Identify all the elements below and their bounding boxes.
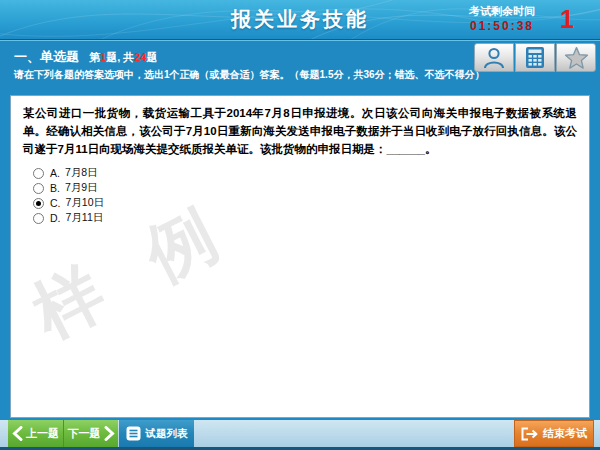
option-c[interactable]: C. 7月10日 [33, 196, 589, 210]
end-exam-button[interactable]: 结束考试 [514, 420, 594, 447]
footer-bar: 上一题 下一题 试题列表 [0, 420, 600, 447]
timer-label: 考试剩余时间 [456, 4, 548, 19]
end-exam-label: 结束考试 [543, 426, 587, 441]
previous-question-button[interactable]: 上一题 [8, 420, 63, 447]
question-list-tab[interactable]: 试题列表 [119, 420, 194, 447]
options-list: A. 7月8日 B. 7月9日 C. 7月10日 D. 7月11日 [33, 166, 589, 225]
option-label: A. [50, 167, 60, 179]
toolbar [473, 43, 596, 72]
next-question-button[interactable]: 下一题 [63, 420, 118, 447]
question-progress: 第1题, 共24题 [89, 51, 158, 63]
option-text: 7月9日 [65, 181, 98, 195]
next-question-label: 下一题 [68, 426, 101, 441]
header: 报关业务技能 考试剩余时间 01:50:38 1 [0, 0, 600, 40]
exit-icon [521, 427, 538, 441]
progress-suffix: 题 [147, 51, 158, 63]
list-icon [126, 426, 141, 441]
option-d[interactable]: D. 7月11日 [33, 211, 589, 225]
user-icon [482, 46, 506, 69]
question-number-badge: 1 [560, 5, 574, 33]
option-text: 7月8日 [65, 166, 98, 180]
progress-prefix: 第 [89, 51, 100, 63]
option-a[interactable]: A. 7月8日 [33, 166, 589, 180]
question-text: 某公司进口一批货物，载货运输工具于2014年7月8日申报进境。次日该公司向海关申… [23, 104, 577, 158]
section-bar: 一、单选题第1题, 共24题 请在下列各题的答案选项中，选出1个正确（或最合适）… [0, 40, 600, 90]
star-icon [564, 46, 589, 70]
chevron-right-icon [104, 426, 115, 441]
option-label: B. [50, 182, 60, 194]
question-list-label: 试题列表 [146, 427, 188, 441]
progress-mid: 题, 共 [106, 51, 134, 63]
section-heading: 一、单选题第1题, 共24题 [14, 47, 158, 66]
question-panel: 某公司进口一批货物，载货运输工具于2014年7月8日申报进境。次日该公司向海关申… [10, 95, 590, 418]
option-label: C. [50, 197, 61, 209]
radio-option-b[interactable] [33, 183, 44, 194]
radio-option-a[interactable] [33, 168, 44, 179]
user-info-button[interactable] [474, 43, 514, 72]
section-instruction: 请在下列各题的答案选项中，选出1个正确（或最合适）答案。（每题1.5分，共36分… [14, 68, 460, 82]
section-title: 一、单选题 [14, 49, 79, 64]
exam-window: 报关业务技能 考试剩余时间 01:50:38 1 一、单选题第1题, 共24题 … [0, 0, 600, 450]
radio-option-c[interactable] [33, 198, 44, 209]
option-label: D. [50, 212, 61, 224]
option-b[interactable]: B. 7月9日 [33, 181, 589, 195]
chevron-left-icon [12, 426, 23, 441]
calculator-icon [525, 46, 545, 69]
favorite-button[interactable] [556, 43, 596, 72]
timer-value: 01:50:38 [456, 19, 548, 34]
radio-option-d[interactable] [33, 213, 44, 224]
option-text: 7月11日 [66, 211, 104, 225]
calculator-button[interactable] [515, 43, 555, 72]
option-text: 7月10日 [66, 196, 105, 210]
exam-timer: 考试剩余时间 01:50:38 [456, 4, 548, 34]
previous-question-label: 上一题 [26, 426, 59, 441]
total-question-number: 24 [134, 51, 146, 63]
